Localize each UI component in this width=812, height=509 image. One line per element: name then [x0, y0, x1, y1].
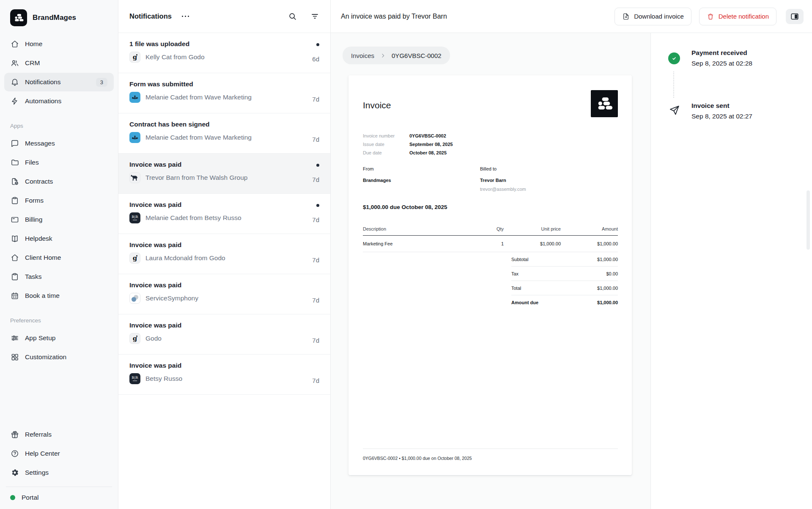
sidebar-item-referrals[interactable]: Referrals	[4, 425, 114, 444]
scrollbar-thumb[interactable]	[807, 190, 810, 250]
notification-item[interactable]: Contract has been signed Melanie Cadet f…	[118, 113, 330, 154]
filter-icon[interactable]	[310, 12, 319, 21]
sidebar-item-contracts[interactable]: Contracts	[4, 172, 114, 191]
timeline-connector	[673, 72, 674, 98]
notification-item[interactable]: Invoice was paid B|R Betsy Russo 7d	[118, 355, 330, 395]
sidebar-item-label: Tasks	[25, 273, 42, 281]
timeline-event-title: Payment received	[691, 49, 752, 57]
notification-item[interactable]: Invoice was paid g Godo 7d	[118, 314, 330, 355]
notification-time: 7d	[312, 294, 319, 305]
delete-notification-button[interactable]: Delete notification	[699, 8, 776, 25]
file-download-icon	[622, 13, 630, 20]
portal-status-dot	[10, 495, 15, 500]
sidebar-item-label: Contracts	[25, 178, 53, 185]
notification-title: Invoice was paid	[129, 161, 304, 168]
table-header: Description	[363, 226, 474, 231]
meta-label: Issue date	[363, 140, 409, 149]
unread-dot	[316, 43, 319, 46]
sidebar-item-label: App Setup	[25, 334, 55, 342]
sliders-icon	[11, 334, 19, 342]
notification-title: Contract has been signed	[129, 121, 304, 128]
notification-item[interactable]: Form was submitted Melanie Cadet from Wa…	[118, 73, 330, 113]
side-panel-toggle-button[interactable]	[786, 9, 804, 24]
search-icon[interactable]	[288, 12, 297, 21]
sidebar-item-label: Help Center	[25, 450, 60, 457]
meta-label: Invoice number	[363, 132, 409, 140]
sidebar-item-label: Customization	[25, 353, 66, 361]
sidebar-item-label: Messages	[25, 140, 55, 147]
notification-time: 7d	[312, 94, 319, 105]
sidebar-item-helpdesk[interactable]: Helpdesk	[4, 229, 114, 248]
sidebar-item-label: Files	[25, 159, 39, 166]
sidebar-item-label: Billing	[25, 216, 42, 223]
notification-subtitle: Melanie Cadet from Wave Marketing	[145, 94, 252, 101]
breadcrumb-parent[interactable]: Invoices	[351, 52, 374, 59]
chat-bubble-icon	[11, 139, 19, 148]
clipboard-icon	[11, 196, 19, 205]
invoice-line-items: Description Qty Unit price Amount Market…	[363, 226, 618, 252]
notification-subtitle: Trevor Barn from The Walsh Group	[145, 174, 247, 182]
zap-icon	[11, 97, 19, 105]
table-header: Qty	[474, 226, 504, 231]
notification-subtitle: Godo	[145, 335, 162, 342]
breadcrumb-current: 0YG6VBSC-0002	[392, 52, 442, 59]
notification-time: 7d	[312, 254, 319, 265]
sidebar-item-messages[interactable]: Messages	[4, 134, 114, 153]
invoice-document: Invoice Invoice number0YG6VBSC-0002 Issu…	[348, 75, 632, 475]
meta-value: October 08, 2025	[409, 149, 447, 157]
apps-nav: Messages Files Contracts Forms Billing H…	[0, 134, 118, 305]
sidebar-item-help-center[interactable]: Help Center	[4, 444, 114, 463]
invoice-detail-area: Invoices 0YG6VBSC-0002 Invoice Invoice n…	[331, 33, 650, 509]
sidebar-item-crm[interactable]: CRM	[4, 54, 114, 72]
notification-item[interactable]: Invoice was paid ServiceSymphony 7d	[118, 274, 330, 314]
notification-item[interactable]: Invoice was paid B|R Melanie Cadet from …	[118, 194, 330, 234]
notification-time: 6d	[312, 53, 319, 64]
walsh-group-horse-avatar	[129, 172, 140, 183]
notification-time: 7d	[312, 134, 319, 145]
credit-card-icon	[11, 215, 19, 224]
sidebar-item-settings[interactable]: Settings	[4, 463, 114, 482]
portal-link[interactable]: Portal	[6, 487, 112, 509]
sidebar-item-automations[interactable]: Automations	[4, 92, 114, 110]
invoice-amount-line: $1,000.00 due October 08, 2025	[363, 204, 618, 210]
invoice-summary: Subtotal$1,000.00 Tax$0.00 Total$1,000.0…	[511, 252, 618, 309]
app-window: BrandMages Home CRM Notifications 3 Auto…	[0, 0, 812, 509]
summary-value: $1,000.00	[597, 286, 618, 291]
download-invoice-button[interactable]: Download invoice	[614, 8, 691, 25]
servicesymphony-avatar	[129, 293, 140, 304]
chevron-right-icon	[380, 53, 386, 58]
notification-item-selected[interactable]: Invoice was paid Trevor Barn from The Wa…	[118, 154, 330, 194]
sidebar-item-files[interactable]: Files	[4, 153, 114, 172]
sidebar-item-home[interactable]: Home	[4, 35, 114, 53]
sidebar-item-customization[interactable]: Customization	[4, 348, 114, 366]
sidebar-item-label: Home	[25, 40, 42, 48]
home-icon	[11, 40, 19, 48]
sidebar-item-tasks[interactable]: Tasks	[4, 267, 114, 286]
timeline-event-date: Sep 8, 2025 at 02:28	[691, 60, 752, 67]
notification-title: 1 file was uploaded	[129, 40, 304, 48]
notification-subtitle: Melanie Cadet from Betsy Russo	[145, 214, 241, 222]
sidebar-item-forms[interactable]: Forms	[4, 191, 114, 210]
summary-label: Tax	[511, 271, 518, 276]
primary-nav: Home CRM Notifications 3 Automations	[0, 35, 118, 111]
notification-item[interactable]: Invoice was paid g Laura Mcdonald from G…	[118, 234, 330, 274]
sidebar-item-book-a-time[interactable]: Book a time	[4, 286, 114, 305]
detail-topbar: An invoice was paid by Trevor Barn Downl…	[331, 0, 812, 33]
file-check-icon	[11, 177, 19, 186]
more-options-icon[interactable]	[182, 16, 189, 17]
activity-timeline-panel: Payment received Sep 8, 2025 at 02:28 In…	[650, 33, 812, 509]
sidebar-item-client-home[interactable]: Client Home	[4, 248, 114, 267]
sidebar-item-billing[interactable]: Billing	[4, 210, 114, 229]
sidebar-item-label: Book a time	[25, 292, 60, 300]
meta-value: September 08, 2025	[409, 140, 453, 149]
invoice-from: From Brandmages	[363, 165, 480, 194]
check-circle-icon	[668, 52, 680, 64]
timeline-event: Invoice sent Sep 8, 2025 at 02:27	[668, 102, 804, 120]
sidebar-item-app-setup[interactable]: App Setup	[4, 329, 114, 347]
invoice-footer: 0YG6VBSC-0002 • $1,000.00 due on October…	[363, 448, 618, 461]
paper-plane-icon	[669, 105, 680, 118]
notification-item[interactable]: 1 file was uploaded g Kelly Cat from God…	[118, 33, 330, 73]
summary-label: Total	[511, 286, 521, 291]
notification-title: Invoice was paid	[129, 322, 304, 329]
sidebar-item-notifications[interactable]: Notifications 3	[4, 73, 114, 91]
